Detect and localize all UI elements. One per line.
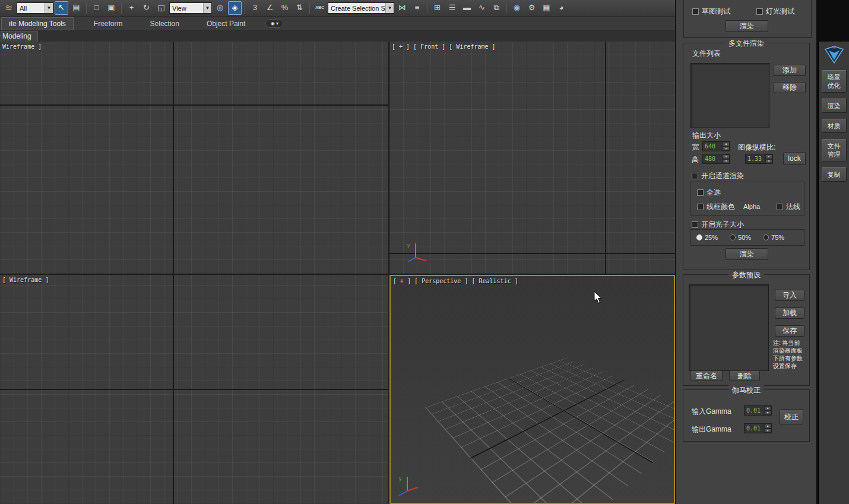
select-manipulate-icon[interactable]: ◈ [228, 1, 242, 15]
input-gamma-spinner[interactable]: ▲▼ [764, 406, 771, 415]
copy-button[interactable]: 复制 [822, 167, 847, 182]
gamma-correct-button[interactable]: 校正 [780, 409, 803, 424]
crossing-selection-icon[interactable]: ▣ [104, 1, 118, 15]
output-gamma-field[interactable]: 0.01 ▲▼ [744, 423, 772, 433]
select-rotate-icon[interactable]: ↻ [140, 1, 153, 15]
aspect-spinner[interactable]: ▲▼ [765, 154, 772, 163]
width-field[interactable]: 640 ▲▼ [702, 141, 730, 151]
file-listbox[interactable] [690, 63, 769, 128]
schematic-view-icon[interactable]: ⧉ [490, 1, 503, 15]
viewport-front[interactable]: [ + ] [ Front ] [ Wireframe ] y [389, 42, 675, 274]
ribbon-tab-freeform[interactable]: Freeform [87, 18, 130, 30]
remove-file-button[interactable]: 移除 [774, 82, 806, 93]
render-button[interactable]: 渲染 [822, 99, 847, 113]
photon-size-radio-75[interactable]: 75% [763, 234, 784, 241]
render-production-icon[interactable]: ◕ [555, 1, 568, 15]
chevron-down-icon[interactable]: ▾ [385, 3, 394, 13]
output-gamma-value[interactable]: 0.01 [745, 424, 764, 433]
viewport-perspective[interactable]: [ + ] [ Perspective ] [ Realistic ] y [389, 275, 675, 504]
spinner-snap-icon[interactable]: ⇅ [293, 1, 306, 15]
radio-icon[interactable] [696, 234, 702, 240]
radio-icon[interactable] [763, 234, 769, 240]
draft-test-checkbox[interactable]: 草图测试 [692, 7, 730, 17]
viewport-label-perspective[interactable]: [ + ] [ Perspective ] [ Realistic ] [393, 278, 518, 284]
chevron-down-icon[interactable]: ▾ [45, 3, 53, 13]
add-file-button[interactable]: 添加 [774, 65, 806, 76]
normal-checkbox[interactable]: 法线 [777, 202, 800, 212]
viewport-label-top-left[interactable]: Wireframe ] [2, 43, 42, 50]
viewport-label-front[interactable]: [ + ] [ Front ] [ Wireframe ] [392, 43, 496, 50]
preset-listbox[interactable] [689, 284, 769, 371]
align-icon[interactable]: ≡ [410, 1, 424, 15]
viewport-top-left[interactable]: Wireframe ] [0, 42, 388, 274]
ribbon-toggle-icon[interactable]: ▬ [460, 1, 474, 15]
viewport-bottom-left[interactable]: [ Wireframe ] [0, 275, 388, 504]
material-editor-icon[interactable]: ◉ [510, 1, 524, 15]
save-button[interactable]: 保存 [775, 325, 804, 337]
plugin-logo-icon[interactable] [824, 45, 844, 64]
select-by-name-icon[interactable]: ▤ [69, 1, 83, 15]
named-selection-dropdown[interactable]: Create Selection Se▾ [328, 2, 394, 14]
input-gamma-field[interactable]: 0.01 ▲▼ [744, 405, 772, 416]
channel-render-checkbox[interactable]: 开启通道渲染 [692, 171, 744, 181]
ribbon-tab-ite-modeling-tools[interactable]: ite Modeling Tools [1, 17, 74, 30]
delete-button[interactable]: 删除 [729, 370, 760, 381]
lock-aspect-button[interactable]: lock [783, 152, 806, 165]
photon-size-radio-25[interactable]: 25% [696, 234, 718, 241]
viewport-label-bottom-left[interactable]: [ Wireframe ] [2, 277, 49, 283]
file-manage-button[interactable]: 文件管理 [822, 139, 847, 161]
select-all-checkbox[interactable]: 全选 [697, 188, 721, 198]
checkbox-icon[interactable] [756, 8, 763, 15]
use-center-icon[interactable]: ◎ [213, 1, 227, 15]
multi-render-button[interactable]: 渲染 [726, 248, 768, 260]
select-object-icon[interactable]: ↖ [55, 1, 68, 15]
checkbox-icon[interactable] [697, 204, 704, 210]
tab-modeling[interactable]: Modeling [0, 31, 38, 42]
import-button[interactable]: 导入 [775, 290, 804, 301]
photon-size-checkbox[interactable]: 开启光子大小 [692, 220, 744, 230]
scene-optimize-button[interactable]: 场景优化 [822, 70, 847, 93]
checkbox-icon[interactable] [692, 8, 699, 15]
checkbox-icon[interactable] [777, 204, 783, 210]
ribbon-tab-object-paint[interactable]: Object Paint [199, 18, 252, 30]
mirror-icon[interactable]: ⋈ [395, 1, 409, 15]
app-waves-icon[interactable]: ≋ [2, 1, 15, 15]
height-value[interactable]: 480 [703, 154, 723, 163]
material-button[interactable]: 材质 [822, 119, 847, 133]
load-button[interactable]: 加载 [775, 308, 804, 319]
curve-editor-icon[interactable]: ∿ [475, 1, 489, 15]
height-spinner[interactable]: ▲▼ [723, 154, 730, 163]
select-scale-icon[interactable]: ◱ [154, 1, 168, 15]
quick-render-button[interactable]: 渲染 [726, 20, 768, 32]
width-value[interactable]: 640 [703, 142, 723, 151]
ribbon-config-icon[interactable]: ◉ ▾ [265, 19, 283, 28]
wire-color-checkbox[interactable]: 线框颜色 [697, 202, 735, 212]
checkbox-icon[interactable] [697, 189, 704, 196]
checkbox-icon[interactable] [692, 173, 698, 179]
select-move-icon[interactable]: + [125, 1, 138, 15]
aspect-value[interactable]: 1.33 [746, 154, 765, 163]
height-field[interactable]: 480 ▲▼ [702, 154, 730, 164]
rename-button[interactable]: 重命名 [690, 370, 723, 381]
angle-snap-icon[interactable]: ∠ [263, 1, 277, 15]
chevron-down-icon[interactable]: ▾ [203, 3, 211, 13]
rendered-frame-icon[interactable]: ▦ [540, 1, 553, 15]
ribbon-tab-selection[interactable]: Selection [143, 18, 186, 30]
reference-coordinate-dropdown[interactable]: View▾ [169, 2, 212, 14]
render-setup-icon[interactable]: ⚙ [525, 1, 538, 15]
scene-explorer-icon[interactable]: ⊞ [430, 1, 444, 15]
output-gamma-spinner[interactable]: ▲▼ [764, 424, 771, 433]
width-spinner[interactable]: ▲▼ [723, 142, 730, 151]
rectangular-selection-icon[interactable]: □ [90, 1, 103, 15]
selection-filter-dropdown[interactable]: All▾ [17, 2, 53, 14]
snaps-toggle-icon[interactable]: 3 [248, 1, 262, 15]
aspect-field[interactable]: 1.33 ▲▼ [745, 154, 773, 164]
checkbox-icon[interactable] [692, 221, 698, 228]
percent-snap-icon[interactable]: % [278, 1, 292, 15]
photon-size-radio-50[interactable]: 50% [730, 234, 751, 241]
layer-explorer-icon[interactable]: ☰ [445, 1, 459, 15]
radio-icon[interactable] [730, 234, 736, 240]
light-test-checkbox[interactable]: 灯光测试 [756, 7, 794, 17]
input-gamma-value[interactable]: 0.01 [745, 406, 764, 415]
edit-named-selections-icon[interactable]: ABC [313, 1, 327, 15]
